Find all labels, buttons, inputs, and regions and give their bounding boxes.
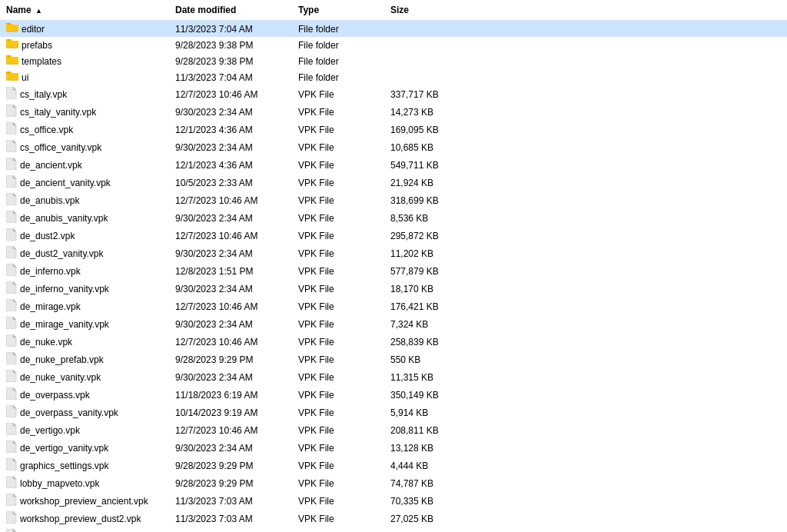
file-type-cell: VPK File (295, 354, 387, 366)
type-column-header[interactable]: Type (295, 3, 387, 17)
file-icon (6, 370, 17, 384)
table-row[interactable]: cs_italy.vpk12/7/2023 10:46 AMVPK File33… (0, 85, 787, 103)
table-row[interactable]: workshop_preview_dust2.vpk11/3/2023 7:03… (0, 510, 787, 527)
table-row[interactable]: editor11/3/2023 7:04 AMFile folder (0, 21, 787, 37)
table-row[interactable]: de_anubis.vpk12/7/2023 10:46 AMVPK File3… (0, 191, 787, 209)
file-type-cell: File folder (295, 71, 387, 84)
table-row[interactable]: cs_italy_vanity.vpk9/30/2023 2:34 AMVPK … (0, 103, 787, 121)
file-name-label: cs_office_vanity.vpk (20, 142, 101, 153)
file-icon (6, 476, 17, 490)
file-name-label: graphics_settings.vpk (20, 461, 108, 471)
file-size-cell: 350,149 KB (387, 389, 449, 401)
file-name-cell: graphics_settings.vpk (3, 457, 172, 474)
file-name-label: cs_italy_vanity.vpk (20, 107, 96, 118)
file-type-cell: VPK File (295, 106, 387, 118)
table-row[interactable]: de_inferno.vpk12/8/2023 1:51 PMVPK File5… (0, 262, 787, 280)
file-type-cell: VPK File (295, 177, 387, 189)
table-row[interactable]: workshop_preview_ancient.vpk11/3/2023 7:… (0, 492, 787, 510)
file-size-cell: 5,914 KB (387, 407, 449, 419)
file-size-cell: 258,839 KB (387, 336, 449, 348)
file-size-cell: 8,536 KB (387, 212, 449, 224)
table-row[interactable]: de_dust2.vpk12/7/2023 10:46 AMVPK File29… (0, 227, 787, 244)
name-column-header[interactable]: Name ▲ (3, 3, 172, 17)
date-column-header[interactable]: Date modified (172, 3, 295, 17)
file-name-cell: de_nuke_prefab.vpk (3, 351, 172, 367)
size-column-header[interactable]: Size (387, 3, 449, 17)
file-icon (6, 423, 17, 437)
file-list[interactable]: editor11/3/2023 7:04 AMFile folderprefab… (0, 21, 787, 532)
table-row[interactable]: de_nuke_prefab.vpk9/28/2023 9:29 PMVPK F… (0, 351, 787, 368)
file-name-cell: de_mirage_vanity.vpk (3, 316, 172, 332)
file-type-cell: File folder (295, 39, 387, 52)
table-row[interactable]: de_dust2_vanity.vpk9/30/2023 2:34 AMVPK … (0, 244, 787, 262)
file-name-cell: de_ancient_vanity.vpk (3, 175, 172, 191)
table-row[interactable]: cs_office_vanity.vpk9/30/2023 2:34 AMVPK… (0, 138, 787, 156)
table-row[interactable]: templates9/28/2023 9:38 PMFile folder (0, 53, 787, 69)
file-date-cell: 9/30/2023 2:34 AM (172, 141, 295, 154)
file-type-cell: VPK File (295, 495, 387, 507)
table-row[interactable]: de_mirage_vanity.vpk9/30/2023 2:34 AMVPK… (0, 315, 787, 333)
file-icon (6, 458, 17, 473)
file-icon (6, 441, 17, 455)
file-type-cell: VPK File (295, 141, 387, 154)
table-row[interactable]: workshop_preview_inferno.vpk11/17/2023 5… (0, 527, 787, 532)
file-icon (6, 352, 17, 367)
file-type-cell: File folder (295, 55, 387, 68)
name-header-label: Name (6, 5, 32, 15)
table-row[interactable]: de_overpass_vanity.vpk10/14/2023 9:19 AM… (0, 404, 787, 421)
file-name-label: workshop_preview_ancient.vpk (20, 496, 148, 507)
file-date-cell: 12/7/2023 10:46 AM (172, 88, 295, 101)
file-icon (6, 405, 17, 420)
file-name-cell: de_mirage.vpk (3, 298, 172, 314)
table-row[interactable]: de_mirage.vpk12/7/2023 10:46 AMVPK File1… (0, 298, 787, 315)
file-name-label: de_inferno_vanity.vpk (20, 284, 109, 294)
table-row[interactable]: lobby_mapveto.vpk9/28/2023 9:29 PMVPK Fi… (0, 474, 787, 492)
file-name-cell: workshop_preview_ancient.vpk (3, 493, 172, 509)
table-row[interactable]: ui11/3/2023 7:04 AMFile folder (0, 69, 787, 85)
table-row[interactable]: de_nuke_vanity.vpk9/30/2023 2:34 AMVPK F… (0, 368, 787, 386)
file-size-cell: 337,717 KB (387, 88, 449, 101)
file-name-label: de_ancient_vanity.vpk (20, 178, 111, 188)
table-row[interactable]: de_overpass.vpk11/18/2023 6:19 AMVPK Fil… (0, 386, 787, 404)
file-size-cell: 11,202 KB (387, 248, 449, 260)
date-header-label: Date modified (175, 5, 236, 15)
folder-icon (6, 71, 18, 84)
file-icon (6, 511, 17, 526)
file-icon (6, 264, 17, 278)
file-name-cell: cs_office_vanity.vpk (3, 139, 172, 155)
table-row[interactable]: de_nuke.vpk12/7/2023 10:46 AMVPK File258… (0, 333, 787, 351)
file-name-cell: de_nuke.vpk (3, 334, 172, 350)
file-name-cell: workshop_preview_inferno.vpk (3, 528, 172, 532)
table-row[interactable]: de_ancient.vpk12/1/2023 4:36 AMVPK File5… (0, 156, 787, 174)
file-date-cell: 11/3/2023 7:03 AM (172, 513, 295, 525)
folder-icon (6, 55, 18, 68)
file-date-cell: 12/7/2023 10:46 AM (172, 301, 295, 313)
file-name-cell: de_inferno_vanity.vpk (3, 281, 172, 297)
svg-rect-1 (6, 41, 18, 48)
file-size-cell: 549,711 KB (387, 159, 449, 171)
svg-rect-0 (6, 25, 18, 32)
file-type-cell: VPK File (295, 407, 387, 419)
file-icon (6, 387, 17, 402)
file-icon (6, 228, 17, 243)
file-size-cell: 208,811 KB (387, 424, 449, 437)
table-row[interactable]: de_anubis_vanity.vpk9/30/2023 2:34 AMVPK… (0, 209, 787, 227)
table-row[interactable]: graphics_settings.vpk9/28/2023 9:29 PMVP… (0, 457, 787, 474)
file-size-cell (387, 77, 449, 78)
file-type-cell: VPK File (295, 318, 387, 331)
table-row[interactable]: prefabs9/28/2023 9:38 PMFile folder (0, 37, 787, 53)
file-type-cell: File folder (295, 23, 387, 35)
file-name-label: lobby_mapveto.vpk (20, 478, 99, 489)
table-row[interactable]: de_ancient_vanity.vpk10/5/2023 2:33 AMVP… (0, 174, 787, 191)
table-row[interactable]: cs_office.vpk12/1/2023 4:36 AMVPK File16… (0, 121, 787, 138)
table-row[interactable]: de_vertigo_vanity.vpk9/30/2023 2:34 AMVP… (0, 439, 787, 457)
file-type-cell: VPK File (295, 283, 387, 295)
file-date-cell: 12/1/2023 4:36 AM (172, 124, 295, 136)
table-row[interactable]: de_vertigo.vpk12/7/2023 10:46 AMVPK File… (0, 421, 787, 439)
file-date-cell: 11/3/2023 7:03 AM (172, 495, 295, 507)
table-row[interactable]: de_inferno_vanity.vpk9/30/2023 2:34 AMVP… (0, 280, 787, 298)
file-date-cell: 10/5/2023 2:33 AM (172, 177, 295, 189)
file-size-cell: 295,872 KB (387, 230, 449, 242)
file-name-label: de_anubis_vanity.vpk (20, 213, 108, 224)
file-type-cell: VPK File (295, 460, 387, 472)
